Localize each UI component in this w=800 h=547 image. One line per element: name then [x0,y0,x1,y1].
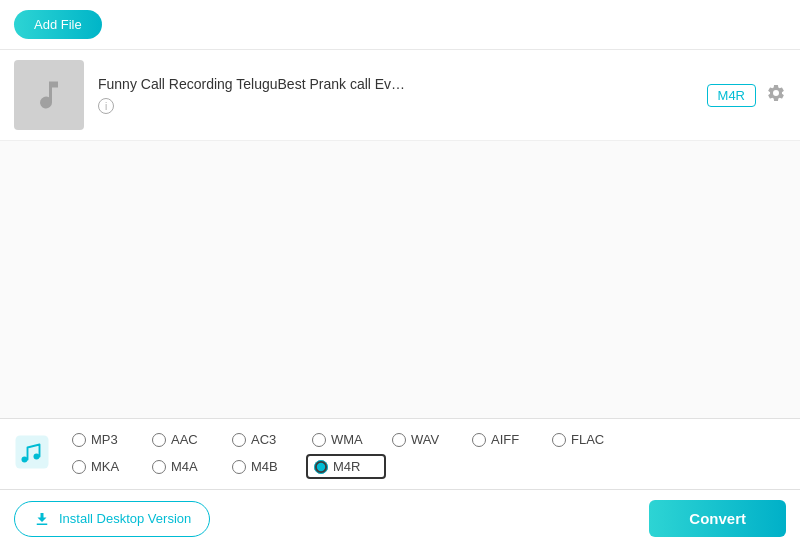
file-item: Funny Call Recording TeluguBest Prank ca… [0,50,800,141]
file-name: Funny Call Recording TeluguBest Prank ca… [98,76,693,92]
format-radio-wav[interactable] [392,433,406,447]
format-option-wav[interactable]: WAV [386,429,466,450]
install-desktop-button[interactable]: Install Desktop Version [14,501,210,537]
svg-point-2 [34,454,40,460]
file-list-area: Funny Call Recording TeluguBest Prank ca… [0,50,800,418]
format-radio-ac3[interactable] [232,433,246,447]
format-option-ac3[interactable]: AC3 [226,429,306,450]
format-option-flac[interactable]: FLAC [546,429,626,450]
format-option-m4r[interactable]: M4R [306,454,386,479]
format-radio-flac[interactable] [552,433,566,447]
format-option-wma[interactable]: WMA [306,429,386,450]
format-radio-m4r[interactable] [314,460,328,474]
format-option-aiff[interactable]: AIFF [466,429,546,450]
format-bar: MP3 AAC AC3 WMA WAV AIFF FLAC [0,418,800,489]
add-file-button[interactable]: Add File [14,10,102,39]
format-option-aac[interactable]: AAC [146,429,226,450]
file-actions: M4R [707,83,786,108]
music-icon [31,77,67,113]
file-thumbnail [14,60,84,130]
svg-rect-0 [16,436,49,469]
format-radio-m4a[interactable] [152,460,166,474]
format-radio-m4b[interactable] [232,460,246,474]
bottom-bar: Install Desktop Version Convert [0,489,800,547]
format-radio-mp3[interactable] [72,433,86,447]
top-bar: Add File [0,0,800,50]
svg-point-1 [22,457,28,463]
format-radio-aac[interactable] [152,433,166,447]
format-option-m4b[interactable]: M4B [226,454,306,479]
file-info: Funny Call Recording TeluguBest Prank ca… [98,76,693,115]
convert-button[interactable]: Convert [649,500,786,537]
format-row-1: MP3 AAC AC3 WMA WAV AIFF FLAC [66,429,786,450]
gear-icon [766,83,786,103]
info-icon[interactable]: i [98,98,114,114]
format-options: MP3 AAC AC3 WMA WAV AIFF FLAC [66,429,786,479]
music-note-icon [14,434,50,470]
audio-format-icon [14,434,50,474]
format-radio-aiff[interactable] [472,433,486,447]
settings-button[interactable] [766,83,786,108]
format-option-m4a[interactable]: M4A [146,454,226,479]
format-option-mka[interactable]: MKA [66,454,146,479]
format-row-2: MKA M4A M4B M4R [66,454,786,479]
download-icon [33,510,51,528]
format-radio-wma[interactable] [312,433,326,447]
format-badge[interactable]: M4R [707,84,756,107]
format-radio-mka[interactable] [72,460,86,474]
install-label: Install Desktop Version [59,511,191,526]
format-option-mp3[interactable]: MP3 [66,429,146,450]
